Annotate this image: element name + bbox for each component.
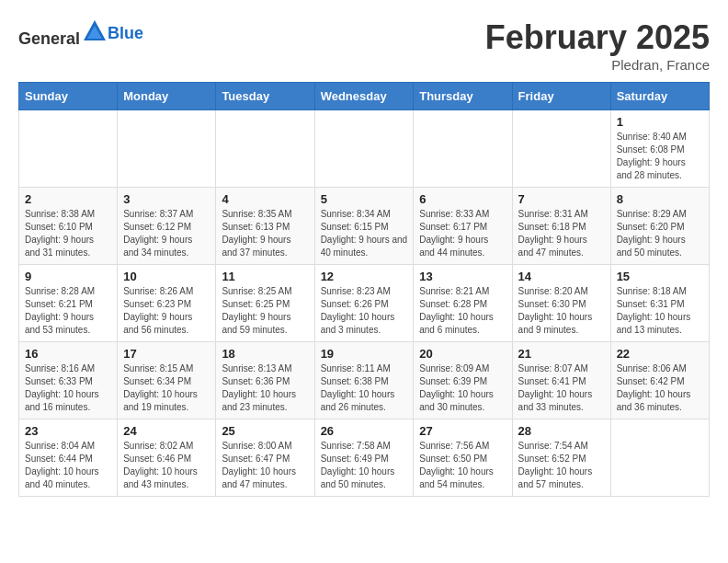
day-number: 24 bbox=[123, 424, 210, 438]
day-info: Sunrise: 8:02 AM Sunset: 6:46 PM Dayligh… bbox=[123, 440, 210, 491]
calendar: SundayMondayTuesdayWednesdayThursdayFrid… bbox=[18, 82, 710, 497]
weekday-header-friday: Friday bbox=[512, 83, 610, 110]
day-info: Sunrise: 8:07 AM Sunset: 6:41 PM Dayligh… bbox=[518, 362, 605, 414]
weekday-header-thursday: Thursday bbox=[414, 83, 512, 110]
day-number: 26 bbox=[321, 424, 408, 438]
day-number: 20 bbox=[419, 347, 506, 361]
day-info: Sunrise: 8:34 AM Sunset: 6:15 PM Dayligh… bbox=[321, 208, 408, 259]
calendar-cell: 26Sunrise: 7:58 AM Sunset: 6:49 PM Dayli… bbox=[314, 419, 414, 497]
day-number: 16 bbox=[25, 347, 111, 361]
calendar-cell: 4Sunrise: 8:35 AM Sunset: 6:13 PM Daylig… bbox=[216, 188, 314, 265]
calendar-cell: 21Sunrise: 8:07 AM Sunset: 6:41 PM Dayli… bbox=[512, 342, 610, 419]
day-info: Sunrise: 8:29 AM Sunset: 6:20 PM Dayligh… bbox=[617, 208, 703, 259]
day-number: 8 bbox=[617, 192, 703, 206]
day-number: 14 bbox=[518, 270, 605, 283]
calendar-cell: 25Sunrise: 8:00 AM Sunset: 6:47 PM Dayli… bbox=[216, 419, 314, 497]
calendar-cell: 23Sunrise: 8:04 AM Sunset: 6:44 PM Dayli… bbox=[19, 419, 118, 497]
title-section: February 2025 Pledran, France bbox=[485, 18, 710, 73]
day-info: Sunrise: 8:25 AM Sunset: 6:25 PM Dayligh… bbox=[222, 285, 308, 337]
day-info: Sunrise: 8:26 AM Sunset: 6:23 PM Dayligh… bbox=[123, 285, 210, 337]
day-number: 6 bbox=[419, 192, 506, 206]
day-number: 17 bbox=[123, 347, 210, 361]
weekday-header-tuesday: Tuesday bbox=[216, 83, 314, 110]
calendar-cell bbox=[118, 110, 216, 188]
day-number: 23 bbox=[25, 424, 111, 438]
calendar-cell bbox=[610, 419, 709, 497]
calendar-cell bbox=[414, 110, 512, 188]
calendar-cell bbox=[216, 110, 314, 188]
weekday-header-saturday: Saturday bbox=[610, 83, 709, 110]
day-number: 27 bbox=[419, 424, 506, 438]
day-info: Sunrise: 8:06 AM Sunset: 6:42 PM Dayligh… bbox=[617, 362, 703, 414]
day-number: 19 bbox=[321, 347, 408, 361]
day-info: Sunrise: 8:35 AM Sunset: 6:13 PM Dayligh… bbox=[222, 208, 308, 259]
day-info: Sunrise: 8:21 AM Sunset: 6:28 PM Dayligh… bbox=[419, 285, 506, 337]
calendar-cell: 2Sunrise: 8:38 AM Sunset: 6:10 PM Daylig… bbox=[19, 188, 118, 265]
weekday-header-row: SundayMondayTuesdayWednesdayThursdayFrid… bbox=[19, 83, 710, 110]
logo: General Blue bbox=[18, 18, 143, 49]
header: General Blue February 2025 Pledran, Fran… bbox=[18, 18, 710, 73]
calendar-cell: 11Sunrise: 8:25 AM Sunset: 6:25 PM Dayli… bbox=[216, 265, 314, 342]
calendar-cell: 8Sunrise: 8:29 AM Sunset: 6:20 PM Daylig… bbox=[610, 188, 709, 265]
day-number: 28 bbox=[518, 424, 605, 438]
day-info: Sunrise: 7:58 AM Sunset: 6:49 PM Dayligh… bbox=[321, 440, 408, 491]
logo-icon bbox=[82, 18, 108, 44]
calendar-cell bbox=[512, 110, 610, 188]
calendar-cell: 17Sunrise: 8:15 AM Sunset: 6:34 PM Dayli… bbox=[118, 342, 216, 419]
day-info: Sunrise: 8:18 AM Sunset: 6:31 PM Dayligh… bbox=[617, 285, 703, 337]
day-number: 10 bbox=[123, 270, 210, 283]
day-info: Sunrise: 8:38 AM Sunset: 6:10 PM Dayligh… bbox=[25, 208, 111, 259]
calendar-cell: 12Sunrise: 8:23 AM Sunset: 6:26 PM Dayli… bbox=[314, 265, 414, 342]
calendar-cell: 19Sunrise: 8:11 AM Sunset: 6:38 PM Dayli… bbox=[314, 342, 414, 419]
day-info: Sunrise: 8:20 AM Sunset: 6:30 PM Dayligh… bbox=[518, 285, 605, 337]
week-row-5: 23Sunrise: 8:04 AM Sunset: 6:44 PM Dayli… bbox=[19, 419, 710, 497]
calendar-cell: 13Sunrise: 8:21 AM Sunset: 6:28 PM Dayli… bbox=[414, 265, 512, 342]
day-number: 5 bbox=[321, 192, 408, 206]
calendar-cell: 7Sunrise: 8:31 AM Sunset: 6:18 PM Daylig… bbox=[512, 188, 610, 265]
weekday-header-wednesday: Wednesday bbox=[314, 83, 414, 110]
day-info: Sunrise: 8:15 AM Sunset: 6:34 PM Dayligh… bbox=[123, 362, 210, 414]
day-number: 25 bbox=[222, 424, 308, 438]
day-info: Sunrise: 8:40 AM Sunset: 6:08 PM Dayligh… bbox=[617, 131, 703, 182]
calendar-cell: 15Sunrise: 8:18 AM Sunset: 6:31 PM Dayli… bbox=[610, 265, 709, 342]
calendar-cell: 10Sunrise: 8:26 AM Sunset: 6:23 PM Dayli… bbox=[118, 265, 216, 342]
day-info: Sunrise: 7:54 AM Sunset: 6:52 PM Dayligh… bbox=[518, 440, 605, 491]
day-number: 7 bbox=[518, 192, 605, 206]
calendar-cell: 20Sunrise: 8:09 AM Sunset: 6:39 PM Dayli… bbox=[414, 342, 512, 419]
day-number: 12 bbox=[321, 270, 408, 283]
day-info: Sunrise: 8:28 AM Sunset: 6:21 PM Dayligh… bbox=[25, 285, 111, 337]
calendar-cell: 3Sunrise: 8:37 AM Sunset: 6:12 PM Daylig… bbox=[118, 188, 216, 265]
day-number: 1 bbox=[617, 115, 703, 129]
calendar-cell: 27Sunrise: 7:56 AM Sunset: 6:50 PM Dayli… bbox=[414, 419, 512, 497]
calendar-cell: 14Sunrise: 8:20 AM Sunset: 6:30 PM Dayli… bbox=[512, 265, 610, 342]
week-row-3: 9Sunrise: 8:28 AM Sunset: 6:21 PM Daylig… bbox=[19, 265, 710, 342]
calendar-cell: 18Sunrise: 8:13 AM Sunset: 6:36 PM Dayli… bbox=[216, 342, 314, 419]
weekday-header-monday: Monday bbox=[118, 83, 216, 110]
calendar-cell bbox=[19, 110, 118, 188]
day-info: Sunrise: 8:23 AM Sunset: 6:26 PM Dayligh… bbox=[321, 285, 408, 337]
calendar-cell: 22Sunrise: 8:06 AM Sunset: 6:42 PM Dayli… bbox=[610, 342, 709, 419]
week-row-4: 16Sunrise: 8:16 AM Sunset: 6:33 PM Dayli… bbox=[19, 342, 710, 419]
calendar-cell: 24Sunrise: 8:02 AM Sunset: 6:46 PM Dayli… bbox=[118, 419, 216, 497]
day-info: Sunrise: 8:13 AM Sunset: 6:36 PM Dayligh… bbox=[222, 362, 308, 414]
calendar-cell: 6Sunrise: 8:33 AM Sunset: 6:17 PM Daylig… bbox=[414, 188, 512, 265]
day-number: 21 bbox=[518, 347, 605, 361]
day-info: Sunrise: 8:37 AM Sunset: 6:12 PM Dayligh… bbox=[123, 208, 210, 259]
day-number: 11 bbox=[222, 270, 308, 283]
calendar-cell: 1Sunrise: 8:40 AM Sunset: 6:08 PM Daylig… bbox=[610, 110, 709, 188]
calendar-cell: 5Sunrise: 8:34 AM Sunset: 6:15 PM Daylig… bbox=[314, 188, 414, 265]
day-info: Sunrise: 8:04 AM Sunset: 6:44 PM Dayligh… bbox=[25, 440, 111, 491]
calendar-cell: 28Sunrise: 7:54 AM Sunset: 6:52 PM Dayli… bbox=[512, 419, 610, 497]
week-row-1: 1Sunrise: 8:40 AM Sunset: 6:08 PM Daylig… bbox=[19, 110, 710, 188]
day-number: 2 bbox=[25, 192, 111, 206]
day-number: 13 bbox=[419, 270, 506, 283]
month-title: February 2025 bbox=[485, 18, 710, 57]
calendar-cell: 16Sunrise: 8:16 AM Sunset: 6:33 PM Dayli… bbox=[19, 342, 118, 419]
day-info: Sunrise: 8:00 AM Sunset: 6:47 PM Dayligh… bbox=[222, 440, 308, 491]
logo-general: General bbox=[18, 29, 80, 48]
day-number: 22 bbox=[617, 347, 703, 361]
day-info: Sunrise: 8:09 AM Sunset: 6:39 PM Dayligh… bbox=[419, 362, 506, 414]
day-number: 3 bbox=[123, 192, 210, 206]
calendar-cell: 9Sunrise: 8:28 AM Sunset: 6:21 PM Daylig… bbox=[19, 265, 118, 342]
day-info: Sunrise: 7:56 AM Sunset: 6:50 PM Dayligh… bbox=[419, 440, 506, 491]
